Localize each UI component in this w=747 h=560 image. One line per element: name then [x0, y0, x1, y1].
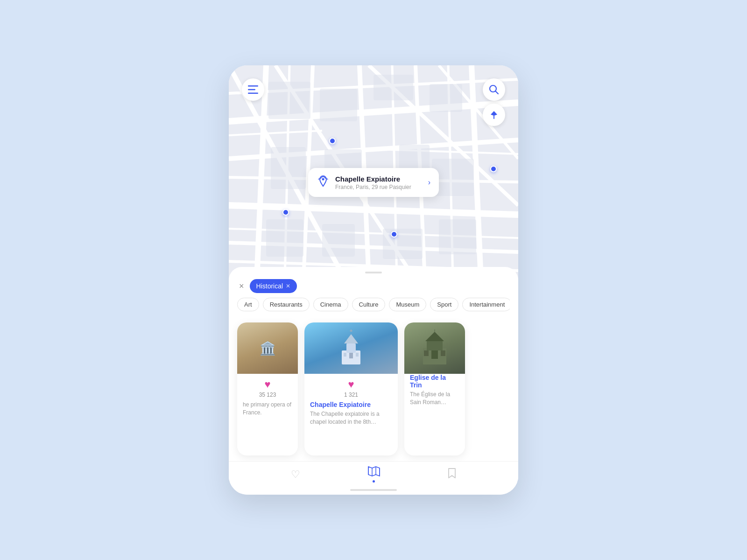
remove-filter-button[interactable]: ✕	[286, 283, 290, 289]
card-chapelle-body: Chapelle Expiatoire The Chapelle expiato…	[304, 401, 398, 432]
svg-rect-50	[427, 341, 443, 350]
svg-rect-35	[248, 85, 258, 87]
svg-rect-52	[431, 350, 438, 359]
location-popup[interactable]: Chapelle Expiatoire France, Paris, 29 ru…	[308, 168, 439, 197]
filter-section: × Historical ✕ Art Restaurants Cinema Cu…	[229, 273, 518, 317]
svg-rect-46	[356, 353, 359, 357]
svg-rect-23	[268, 82, 310, 119]
bookmark-nav-icon	[448, 468, 456, 482]
svg-rect-54	[441, 350, 445, 356]
svg-rect-36	[248, 89, 255, 91]
card-opera[interactable]: 🏛️ ♥ 35 123 he primary opera of France.	[237, 322, 298, 455]
nav-map-active-dot	[373, 480, 375, 483]
device-frame: Chapelle Expiatoire France, Paris, 29 ru…	[229, 65, 518, 495]
svg-rect-26	[430, 84, 462, 112]
svg-rect-32	[322, 224, 355, 257]
map-pin-1[interactable]	[329, 138, 336, 144]
popup-chevron[interactable]: ›	[428, 178, 430, 187]
svg-rect-53	[424, 350, 429, 356]
svg-rect-24	[320, 89, 357, 121]
map-pin-2[interactable]	[490, 166, 497, 172]
card-chapelle-likes-count: 1 321	[344, 392, 358, 398]
filter-tag-sport[interactable]: Sport	[430, 298, 458, 311]
svg-rect-37	[248, 93, 258, 94]
popup-text: Chapelle Expiatoire France, Paris, 29 ru…	[335, 175, 423, 190]
filter-tag-culture[interactable]: Culture	[352, 298, 386, 311]
search-button[interactable]	[483, 78, 505, 101]
filter-tags-row: Art Restaurants Cinema Culture Museum Sp…	[237, 298, 510, 313]
bottom-indicator	[350, 489, 397, 491]
heart-nav-icon: ♡	[291, 469, 300, 481]
card-trinity-body: Eglise de la Trin The Église de la Sain …	[404, 374, 465, 412]
svg-rect-44	[349, 353, 353, 358]
popup-place-address: France, Paris, 29 rue Pasquier	[335, 184, 423, 190]
map-nav-icon	[368, 466, 380, 479]
svg-point-40	[322, 178, 324, 181]
popup-place-icon	[317, 175, 330, 190]
nav-map[interactable]	[368, 466, 380, 483]
card-chapelle-likes: ♥ 1 321	[304, 374, 398, 401]
card-chapelle-title: Chapelle Expiatoire	[310, 401, 392, 408]
active-filter-label: Historical	[256, 282, 283, 290]
svg-rect-42	[346, 343, 356, 353]
active-filter-row: × Historical ✕	[237, 279, 510, 293]
map-section: Chapelle Expiatoire France, Paris, 29 ru…	[229, 65, 518, 280]
card-chapelle-desc: The Chapelle expiatoire is a chapel loca…	[310, 410, 392, 426]
heart-icon-chapelle: ♥	[348, 378, 354, 391]
card-opera-body: he primary opera of France.	[237, 401, 298, 422]
svg-marker-51	[425, 332, 444, 341]
nav-favorites[interactable]: ♡	[291, 469, 300, 481]
map-pin-3[interactable]	[282, 209, 289, 216]
card-opera-desc: he primary opera of France.	[243, 401, 292, 417]
bottom-navigation: ♡	[229, 461, 518, 486]
svg-rect-27	[271, 147, 306, 189]
popup-place-name: Chapelle Expiatoire	[335, 175, 423, 183]
card-opera-likes: ♥ 35 123	[237, 374, 298, 401]
card-trinity-desc: The Église de la Sain Roman Catholic chu	[410, 391, 459, 406]
card-chapelle-image	[304, 322, 398, 374]
filter-tag-restaurants[interactable]: Restaurants	[263, 298, 310, 311]
svg-rect-45	[344, 353, 346, 357]
svg-marker-43	[344, 334, 358, 343]
card-trinity[interactable]: Eglise de la Trin The Église de la Sain …	[404, 322, 465, 455]
svg-rect-34	[439, 219, 476, 254]
heart-icon-opera: ♥	[264, 378, 270, 391]
card-trinity-title: Eglise de la Trin	[410, 374, 459, 389]
svg-rect-33	[383, 229, 423, 259]
nav-bookmarks[interactable]	[448, 468, 456, 482]
bottom-sheet: × Historical ✕ Art Restaurants Cinema Cu…	[229, 267, 518, 495]
menu-button[interactable]	[242, 78, 264, 101]
cards-section: 🏛️ ♥ 35 123 he primary opera of France.	[229, 317, 518, 461]
svg-rect-31	[266, 219, 303, 257]
card-opera-image: 🏛️	[237, 322, 298, 374]
filter-tag-entertainment[interactable]: Intertainment	[462, 298, 510, 311]
active-filter-chip[interactable]: Historical ✕	[250, 279, 297, 293]
filter-tag-cinema[interactable]: Cinema	[313, 298, 348, 311]
filter-clear-button[interactable]: ×	[237, 280, 246, 292]
map-pin-selected[interactable]	[391, 231, 397, 238]
location-button[interactable]	[483, 104, 505, 126]
card-trinity-image	[404, 322, 465, 374]
filter-tag-art[interactable]: Art	[237, 298, 259, 311]
card-opera-likes-count: 35 123	[259, 392, 276, 398]
card-chapelle[interactable]: ♥ 1 321 Chapelle Expiatoire The Chapelle…	[304, 322, 398, 455]
svg-line-39	[496, 91, 499, 94]
filter-tag-museum[interactable]: Museum	[389, 298, 426, 311]
svg-rect-25	[374, 75, 413, 100]
svg-marker-56	[368, 467, 380, 476]
